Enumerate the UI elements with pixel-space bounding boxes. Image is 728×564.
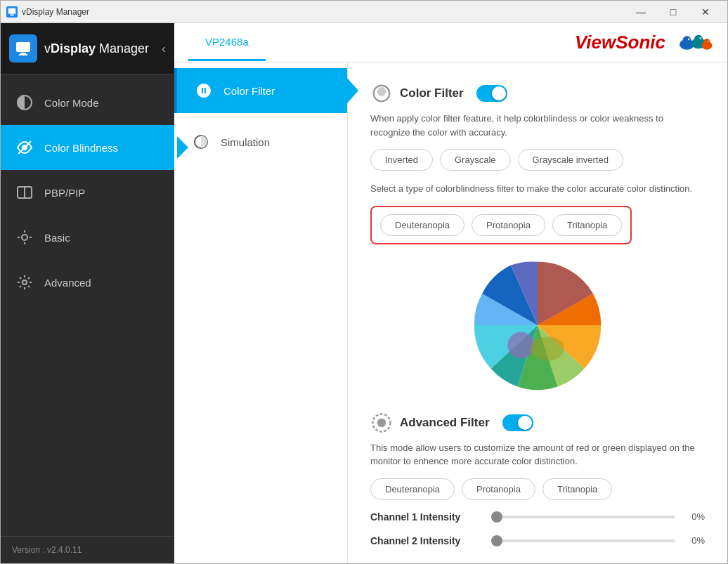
adv-filter-btn-tritanopia[interactable]: Tritanopia [542,478,612,500]
channel2-row: Channel 2 Intensity 0% [370,535,705,546]
svg-rect-2 [16,42,30,52]
colorblind-description: Select a type of colorblindness filter t… [370,182,705,196]
channel1-slider[interactable] [491,516,675,518]
sub-nav-label-simulation: Simulation [221,136,270,148]
filter-type-buttons: Inverted Grayscale Grayscale inverted [370,149,705,171]
sidebar-logo-icon [9,34,37,63]
color-filter-toggle-track[interactable] [476,85,507,102]
sidebar-logo: vDisplay Manager [9,34,149,63]
advanced-filter-toggle-track[interactable] [502,414,533,431]
sub-sidebar: Color Filter Simulation [174,63,348,563]
sidebar-nav: Color Mode Color Blindness PBP/PIP [1,74,174,536]
active-arrow [347,78,358,103]
advanced-filter-icon [370,412,393,434]
maximize-button[interactable]: □ [657,1,689,23]
sub-nav-simulation[interactable]: Simulation [174,119,347,164]
simulation-sub-icon [191,132,211,152]
sidebar-collapse-button[interactable]: ‹ [162,41,166,56]
color-blindness-icon [15,138,34,157]
title-bar-left: vDisplay Manager [6,6,89,18]
channel1-row: Channel 1 Intensity 0% [370,511,705,523]
advanced-filter-toggle-thumb [518,416,532,430]
color-filter-title: Color Filter [400,86,464,100]
viewsonic-birds-icon [671,29,713,57]
channel1-value: 0% [684,511,705,522]
sidebar-item-basic[interactable]: Basic [1,215,174,260]
advanced-filter-header: Advanced Filter [370,412,705,434]
content-panel: Color Filter When apply color filter fea… [348,63,727,563]
svg-point-15 [22,280,27,284]
sidebar-item-color-mode[interactable]: Color Mode [1,80,174,125]
main-content: Color Filter Simulation [174,63,727,563]
adv-filter-btn-protanopia[interactable]: Protanopia [462,478,535,500]
svg-rect-0 [8,8,16,13]
color-wheel [471,258,604,392]
channel2-value: 0% [684,535,705,546]
svg-point-23 [701,37,702,39]
color-filter-toggle-thumb [492,86,506,100]
color-filter-sub-icon [194,81,214,100]
svg-point-10 [22,235,27,240]
svg-point-21 [694,34,703,43]
adv-filter-btn-deuteranopia[interactable]: Deuteranopia [370,478,455,500]
svg-point-27 [708,41,709,41]
color-filter-toggle[interactable] [476,85,507,102]
svg-rect-3 [20,53,26,54]
tab-vp2468a[interactable]: VP2468a [188,25,266,61]
tab-bar: VP2468a [188,25,266,61]
svg-point-31 [531,336,565,360]
sidebar: vDisplay Manager ‹ Color Mode [1,23,174,563]
sub-nav-divider [191,116,330,117]
sidebar-label-basic: Basic [44,232,70,244]
app-window: vDisplay Manager — □ ✕ vDisplay Manager … [0,0,728,564]
colorblind-btn-protanopia[interactable]: Protanopia [472,214,545,236]
advanced-icon [15,273,34,292]
advanced-filter-description: This mode allow users to customize the a… [370,441,705,468]
app-icon [6,6,18,18]
title-bar-controls: — □ ✕ [625,1,722,23]
main-header: VP2468a ViewSonic [174,23,727,63]
svg-rect-4 [19,54,27,55]
channel2-label: Channel 2 Intensity [370,535,483,546]
color-wheel-container [370,258,705,392]
sidebar-header: vDisplay Manager ‹ [1,23,174,74]
color-filter-header: Color Filter [370,82,705,105]
svg-point-17 [683,36,691,44]
basic-icon [15,228,34,247]
advanced-filter-type-buttons: Deuteranopia Protanopia Tritanopia [370,478,705,500]
close-button[interactable]: ✕ [689,1,722,23]
advanced-filter-toggle[interactable] [502,414,533,431]
sidebar-item-pbp-pip[interactable]: PBP/PIP [1,170,174,215]
filter-btn-grayscale-inverted[interactable]: Grayscale inverted [518,149,623,171]
sidebar-label-color-mode: Color Mode [44,97,99,109]
sidebar-label-advanced: Advanced [44,277,91,289]
color-filter-icon [370,82,393,105]
filter-btn-inverted[interactable]: Inverted [370,149,433,171]
advanced-filter-title: Advanced Filter [400,416,490,430]
sidebar-item-color-blindness[interactable]: Color Blindness [1,125,174,170]
filter-btn-grayscale[interactable]: Grayscale [440,149,511,171]
svg-point-34 [377,418,386,427]
pbp-pip-icon [15,183,34,202]
viewsonic-brand-name: ViewSonic [575,32,665,53]
svg-rect-1 [10,14,13,15]
channel1-label: Channel 1 Intensity [370,511,483,523]
color-filter-description: When apply color filter feature, it help… [370,112,705,139]
channel2-slider[interactable] [491,539,675,542]
app-body: vDisplay Manager ‹ Color Mode [1,23,727,563]
minimize-button[interactable]: — [625,1,657,23]
sidebar-label-pbp-pip: PBP/PIP [44,187,85,199]
main-area: VP2468a ViewSonic [174,23,727,563]
version-label: Version : v2.4.0.11 [12,545,82,555]
svg-line-7 [18,141,31,154]
colorblind-filter-group: Deuteranopia Protanopia Tritanopia [370,206,632,244]
sidebar-item-advanced[interactable]: Advanced [1,260,174,305]
title-bar: vDisplay Manager — □ ✕ [1,1,727,23]
colorblind-btn-tritanopia[interactable]: Tritanopia [552,214,622,236]
svg-point-25 [704,39,710,45]
sidebar-title: vDisplay Manager [44,41,149,56]
svg-point-30 [507,332,534,358]
sub-nav-color-filter[interactable]: Color Filter [174,68,347,113]
sub-nav-label-color-filter: Color Filter [223,85,275,97]
colorblind-btn-deuteranopia[interactable]: Deuteranopia [380,214,464,236]
